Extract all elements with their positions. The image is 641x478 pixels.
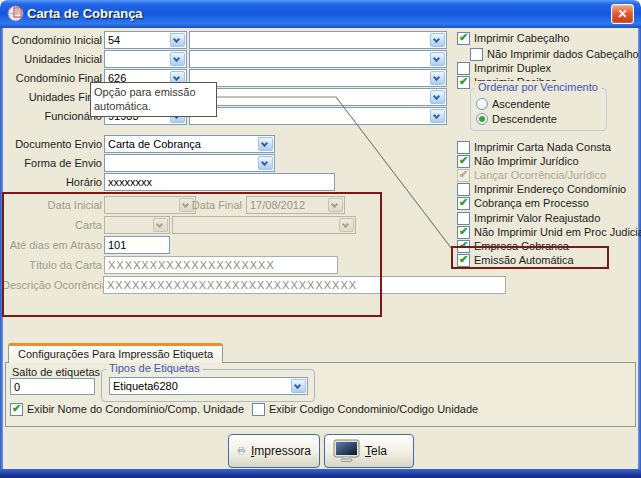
chevron-down-icon[interactable] xyxy=(430,52,445,66)
checkbox-icon xyxy=(457,197,470,210)
funcionario-label: Funcionário xyxy=(2,110,102,122)
checkbox-empresa-cobranca[interactable]: Empresa Cobranca xyxy=(457,239,569,253)
checkbox-label: Exibir Codigo Condominio/Codigo Unidade xyxy=(269,403,478,415)
combo-value: 54 xyxy=(108,34,169,46)
descricao-ocorrencia-input[interactable] xyxy=(103,276,506,294)
unidades-final-name-select[interactable] xyxy=(189,88,447,106)
tela-button[interactable]: Tela xyxy=(324,434,414,468)
checkbox-label: Imprimir Cabeçalho xyxy=(474,32,569,44)
chevron-down-icon[interactable] xyxy=(430,109,445,123)
documento-envio-label: Documento Envio xyxy=(2,138,102,150)
condominio-inicial-select[interactable]: 54 xyxy=(104,31,187,49)
funcionario-name-select[interactable] xyxy=(189,107,447,125)
salto-etiquetas-label: Salto de etiquetas xyxy=(12,366,100,378)
checkbox-nao-imprimir-dados-cabecalho[interactable]: Não Imprimir dados Cabeçalho xyxy=(470,47,639,61)
group-label: Ordenar por Vencimento xyxy=(475,81,601,93)
data-inicial-label: Data Inicial xyxy=(2,199,102,211)
close-button[interactable]: ✕ xyxy=(611,4,634,24)
condominio-inicial-label: Condomínio Inicial xyxy=(2,34,102,46)
checkbox-icon xyxy=(457,226,470,239)
chevron-down-icon[interactable] xyxy=(430,71,445,85)
title-bar[interactable]: Carta de Cobrança ✕ xyxy=(0,0,641,28)
unidades-inicial-label: Unidades Inicial xyxy=(2,53,102,65)
radio-descendente[interactable]: Descendente xyxy=(476,113,557,125)
tooltip-emissao-automatica: Opção para emissão automática. xyxy=(90,82,217,117)
chevron-down-icon[interactable] xyxy=(258,137,273,151)
checkbox-nao-imprimir-unid-proc-judicial[interactable]: Não Imprimir Unid em Proc Judicial xyxy=(457,225,641,239)
ordenar-por-vencimento-group: Ordenar por Vencimento Ascendente Descen… xyxy=(470,88,607,131)
checkbox-icon xyxy=(252,403,265,416)
tooltip-line-1: Opção para emissão xyxy=(94,85,213,99)
ate-dias-atraso-label: Até dias em Atraso xyxy=(2,239,102,251)
chevron-down-icon[interactable] xyxy=(430,90,445,104)
radio-icon xyxy=(476,98,488,110)
documento-envio-select[interactable]: Carta de Cobrança xyxy=(104,135,275,153)
chevron-down-icon xyxy=(339,218,354,232)
chevron-down-icon xyxy=(328,198,343,212)
forma-envio-label: Forma de Envio xyxy=(2,157,102,169)
radio-ascendente[interactable]: Ascendente xyxy=(476,98,550,110)
chevron-down-icon[interactable] xyxy=(170,52,185,66)
checkbox-imprimir-valor-reajustado[interactable]: Imprimir Valor Reajustado xyxy=(457,211,600,225)
data-final-select: 17/08/2012 xyxy=(246,196,345,214)
printer-icon xyxy=(237,439,246,463)
checkbox-label: Não Imprimir dados Cabeçalho xyxy=(487,48,639,60)
checkbox-label: Empresa Cobranca xyxy=(474,240,569,252)
checkbox-icon xyxy=(457,155,470,168)
checkbox-exibir-nome-condominio[interactable]: Exibir Nome do Condomínio/Comp. Unidade xyxy=(10,402,244,416)
unidades-inicial-name-select[interactable] xyxy=(189,50,447,68)
tab-label: Configurações Para Impressão Etiqueta xyxy=(18,348,213,360)
checkbox-icon xyxy=(457,254,470,267)
checkbox-label: Imprimir Endereço Condomínio xyxy=(474,183,626,195)
checkbox-lancar-ocorrencia-juridico: Lançar Ocorrência/Jurídico xyxy=(457,168,606,182)
checkbox-icon xyxy=(10,403,23,416)
checkbox-imprimir-endereco-condominio[interactable]: Imprimir Endereço Condomínio xyxy=(457,182,626,196)
checkbox-nao-imprimir-juridico[interactable]: Não Imprimir Jurídico xyxy=(457,154,579,168)
titulo-carta-label: Título da Carta xyxy=(2,259,102,271)
chevron-down-icon[interactable] xyxy=(291,379,306,393)
window-title: Carta de Cobrança xyxy=(27,6,143,21)
chevron-down-icon[interactable] xyxy=(170,33,185,47)
forma-envio-select[interactable] xyxy=(104,154,275,172)
condominio-final-label: Condomínio Final xyxy=(2,72,102,84)
carta-label: Carta xyxy=(2,219,102,231)
condominio-inicial-name-select[interactable] xyxy=(189,31,447,49)
ate-dias-atraso-input[interactable] xyxy=(104,236,170,254)
combo-value: Etiqueta6280 xyxy=(113,380,290,392)
data-final-label: Data Final xyxy=(142,199,242,211)
checkbox-imprimir-carta-nada-consta[interactable]: Imprimir Carta Nada Consta xyxy=(457,140,611,154)
checkbox-label: Emissão Automática xyxy=(474,254,574,266)
tab-configuracoes-etiqueta[interactable]: Configurações Para Impressão Etiqueta xyxy=(8,343,223,363)
radio-icon xyxy=(476,113,488,125)
titulo-carta-input[interactable] xyxy=(104,256,338,274)
checkbox-imprimir-duplex[interactable]: Imprimir Duplex xyxy=(457,61,551,75)
checkbox-icon xyxy=(457,240,470,253)
unidades-inicial-select[interactable] xyxy=(104,50,187,68)
checkbox-imprimir-cabecalho[interactable]: Imprimir Cabeçalho xyxy=(457,31,569,45)
chevron-down-icon[interactable] xyxy=(258,156,273,170)
checkbox-icon xyxy=(457,76,470,89)
radio-label: Descendente xyxy=(492,113,557,125)
checkbox-label: Imprimir Duplex xyxy=(474,62,551,74)
impressora-button[interactable]: Impressora xyxy=(228,434,320,468)
checkbox-label: Imprimir Carta Nada Consta xyxy=(474,141,611,153)
window-border-bottom xyxy=(0,469,641,478)
radio-label: Ascendente xyxy=(492,98,550,110)
condominio-final-name-select[interactable] xyxy=(189,69,447,87)
tipos-etiquetas-select[interactable]: Etiqueta6280 xyxy=(109,377,308,395)
descricao-ocorrencia-label: Descrição Ocorrência xyxy=(2,279,102,291)
monitor-icon xyxy=(333,439,360,463)
carta-de-cobranca-dialog: Carta de Cobrança ✕ Condomínio Inicial 5… xyxy=(0,0,641,478)
combo-value: 17/08/2012 xyxy=(250,199,327,211)
checkbox-icon xyxy=(457,62,470,75)
chevron-down-icon[interactable] xyxy=(430,33,445,47)
salto-etiquetas-input[interactable] xyxy=(10,378,95,395)
checkbox-cobranca-em-processo[interactable]: Cobrança em Processo xyxy=(457,196,589,210)
group-label: Tipos de Etiquetas xyxy=(106,362,203,374)
checkbox-exibir-codigo-condominio[interactable]: Exibir Codigo Condominio/Codigo Unidade xyxy=(252,402,478,416)
checkbox-icon xyxy=(457,169,470,182)
checkbox-icon xyxy=(470,48,483,61)
horario-input[interactable] xyxy=(104,173,335,191)
button-label: Impressora xyxy=(251,444,311,458)
checkbox-emissao-automatica[interactable]: Emissão Automática xyxy=(457,253,574,267)
